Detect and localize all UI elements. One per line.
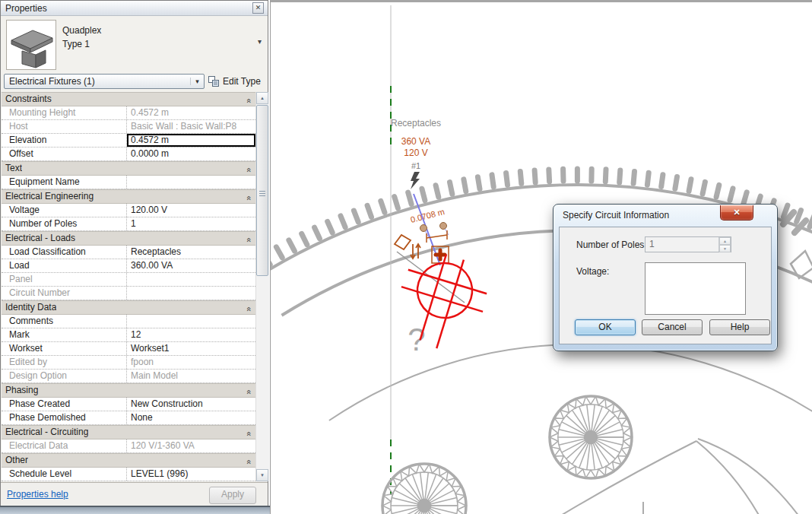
collapse-chevron-icon[interactable]: « [242,306,255,311]
svg-text:360 VA: 360 VA [401,136,430,147]
dimension-grip[interactable] [440,223,447,230]
property-row[interactable]: Load360.00 VA [2,259,255,273]
property-group-header[interactable]: Electrical Engineering« [2,189,255,204]
close-icon[interactable]: ✕ [252,2,264,14]
property-label: Circuit Number [2,287,127,300]
property-label: Phase Created [2,398,127,411]
property-value[interactable]: Receptacles [127,246,255,259]
property-row[interactable]: Phase CreatedNew Construction [2,398,255,411]
type-preview-image [6,20,56,70]
properties-palette: Properties ✕ Quadplex Type 1 ▾ Electrica… [0,0,268,506]
property-value[interactable]: 1 [127,217,255,230]
property-group-header[interactable]: Text« [2,161,255,176]
property-value[interactable] [127,176,255,189]
collapse-chevron-icon[interactable]: « [242,389,255,394]
edit-type-button[interactable]: Edit Type [208,73,267,90]
property-value[interactable]: Workset1 [127,342,255,355]
property-row[interactable]: Load ClassificationReceptacles [2,246,255,259]
property-value[interactable] [127,315,255,328]
property-value[interactable]: New Construction [127,398,255,411]
property-row[interactable]: Design OptionMain Model [2,370,255,383]
property-value[interactable]: 12 [127,328,255,341]
property-label: Mark [2,328,127,341]
property-group-header[interactable]: Identity Data« [2,300,255,315]
property-group-header[interactable]: Constraints« [2,92,255,106]
poles-spinner[interactable]: 1 ▲ ▼ [645,236,731,252]
spin-up-icon[interactable]: ▲ [719,237,731,245]
property-row[interactable]: Offset0.0000 m [2,148,255,161]
property-value[interactable]: 120 V/1-360 VA [127,439,255,452]
category-row: Electrical Fixtures (1) ▾ Edit Type [1,71,268,91]
property-value[interactable] [127,273,255,286]
spin-down-icon[interactable]: ▼ [719,245,731,252]
scroll-down-icon[interactable]: ▼ [256,469,268,481]
collapse-chevron-icon[interactable]: « [242,237,255,242]
temporary-dimension[interactable]: 0.0708 m [410,207,449,243]
scroll-up-icon[interactable]: ▲ [256,92,268,104]
column-wheel-symbol [382,464,466,514]
property-row[interactable]: Circuit Number [2,287,255,300]
property-value[interactable]: 0.4572 m [127,106,255,119]
property-row[interactable]: Mark12 [2,328,255,342]
palette-scrollbar[interactable]: ▲ ▼ [255,92,269,481]
spinner-buttons: ▲ ▼ [718,237,731,252]
question-mark-annotation: ? [408,322,425,357]
cancel-button[interactable]: Cancel [642,319,703,335]
property-value[interactable]: fpoon [127,356,255,369]
property-value[interactable]: Main Model [127,370,255,382]
category-label: Electrical Fixtures (1) [5,76,190,87]
scrollbar-thumb[interactable] [256,105,268,276]
property-value[interactable] [127,287,255,300]
dialog-body: Number of Poles: 1 ▲ ▼ Voltage: OK Cance… [559,227,772,344]
property-value[interactable]: 0.0000 m [127,148,255,160]
category-combobox[interactable]: Electrical Fixtures (1) ▾ [4,74,205,89]
property-label: Design Option [2,370,127,382]
quadplex-receptacle-symbol[interactable] [387,245,496,358]
collapse-chevron-icon[interactable]: « [242,98,255,103]
property-row[interactable]: WorksetWorkset1 [2,342,255,356]
property-value[interactable]: Basic Wall : Basic Wall:P8 [127,120,255,133]
property-row[interactable]: Comments [2,315,255,328]
ok-button[interactable]: OK [575,319,636,335]
dimension-value[interactable]: 0.0708 m [410,207,446,224]
property-value[interactable]: 0.4572 m [127,134,255,147]
help-button[interactable]: Help [709,319,770,335]
collapse-chevron-icon[interactable]: « [242,167,255,172]
property-group-header[interactable]: Electrical - Circuiting« [2,425,255,439]
dimension-grip[interactable] [420,225,427,232]
voltage-label: Voltage: [576,266,609,277]
collapse-chevron-icon[interactable]: « [242,431,255,436]
property-row[interactable]: Voltage120.00 V [2,204,255,217]
property-value[interactable]: 360.00 VA [127,259,255,272]
property-value[interactable]: LEVEL1 (996) [127,468,255,481]
property-group-header[interactable]: Phasing« [2,383,255,398]
property-value[interactable]: None [127,411,255,424]
property-group-header[interactable]: Electrical - Loads« [2,231,255,246]
property-group-header[interactable]: Other« [2,453,255,468]
properties-help-link[interactable]: Properties help [7,489,68,500]
property-row[interactable]: Mounting Height0.4572 m [2,106,255,120]
voltage-listbox[interactable] [645,262,746,315]
palette-titlebar[interactable]: Properties ✕ [1,1,268,16]
property-row[interactable]: Equipment Name [2,176,255,189]
palette-footer: Properties help Apply [1,482,268,506]
property-row[interactable]: Panel [2,273,255,287]
property-row[interactable]: HostBasic Wall : Basic Wall:P8 [2,120,255,134]
property-row[interactable]: Schedule LevelLEVEL1 (996) [2,468,255,481]
property-value[interactable]: 120.00 V [127,204,255,217]
collapse-chevron-icon[interactable]: « [242,195,255,200]
property-label: Mounting Height [2,106,127,119]
apply-button[interactable]: Apply [209,487,256,504]
property-row[interactable]: Electrical Data120 V/1-360 VA [2,439,255,453]
circuit-tag[interactable]: Receptacles360 VA120 V#1 [391,118,441,189]
property-row[interactable]: Elevation0.4572 m [2,134,255,148]
close-icon[interactable]: ✕ [720,205,753,221]
property-label: Edited by [2,356,127,369]
chevron-down-icon[interactable]: ▾ [258,37,262,46]
property-row[interactable]: Number of Poles1 [2,217,255,231]
collapse-chevron-icon[interactable]: « [242,459,255,464]
property-label: Offset [2,148,127,160]
type-selector[interactable]: Quadplex Type 1 ▾ [1,16,268,72]
property-row[interactable]: Phase DemolishedNone [2,411,255,425]
property-row[interactable]: Edited byfpoon [2,356,255,370]
